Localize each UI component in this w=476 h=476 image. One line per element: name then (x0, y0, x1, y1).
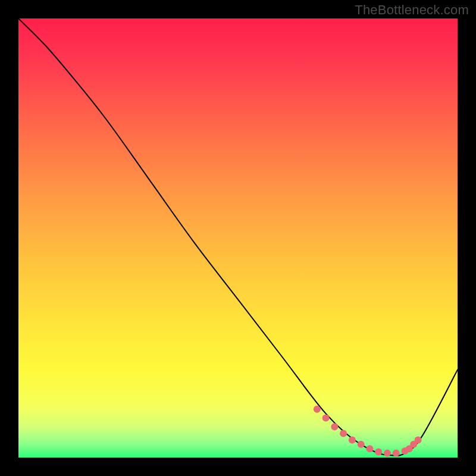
optimal-dot (366, 445, 373, 452)
chart-frame: TheBottleneck.com (0, 0, 476, 476)
optimal-dot (349, 436, 356, 443)
plot-background (18, 18, 458, 458)
optimal-dot (384, 450, 391, 457)
optimal-dot (393, 450, 400, 457)
optimal-dot (331, 423, 338, 430)
optimal-dot (322, 415, 330, 422)
bottleneck-chart (18, 18, 458, 458)
optimal-dot (415, 436, 422, 443)
optimal-dot (340, 430, 347, 437)
optimal-dot (358, 441, 365, 448)
optimal-dot (314, 406, 321, 413)
watermark-text: TheBottleneck.com (355, 2, 469, 18)
optimal-dot (375, 448, 382, 455)
